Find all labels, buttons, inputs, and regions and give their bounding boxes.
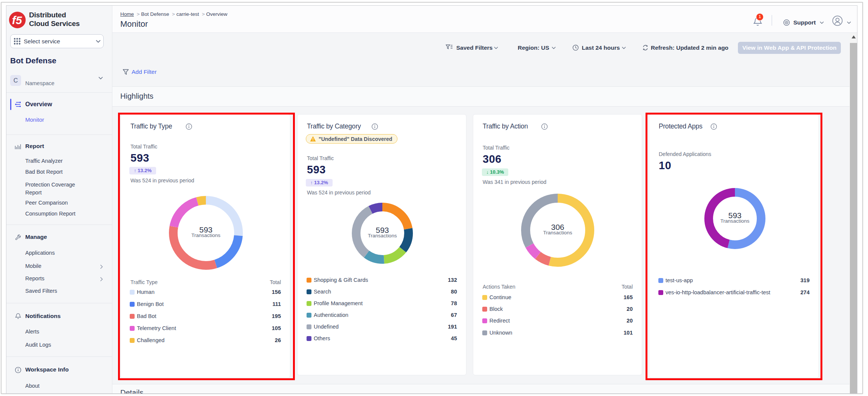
svg-text:f5: f5 xyxy=(12,14,22,26)
